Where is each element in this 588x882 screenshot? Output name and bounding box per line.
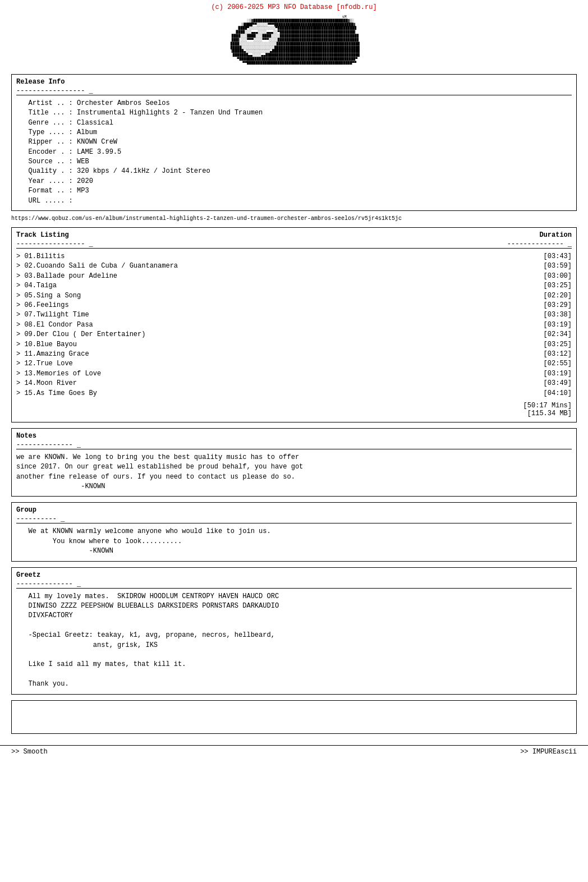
total-time: [50:17 Mins] <box>16 402 572 410</box>
track-row: > 04.Taiga[03:25] <box>16 281 572 291</box>
footer-right: >> IMPUREascii <box>520 748 577 756</box>
url-line: https://www.qobuz.com/us-en/album/instru… <box>11 215 577 222</box>
footer-bar: >> Smooth >> IMPUREascii <box>0 745 588 758</box>
track-listing-box: Track Listing Duration -----------------… <box>11 227 577 422</box>
type-value: Album <box>77 128 97 136</box>
track-divider-left: ----------------- _ <box>16 240 504 249</box>
encoder-value: LAME 3.99.5 <box>77 148 121 156</box>
quality-value: 320 kbps / 44.1kHz / Joint Stereo <box>77 167 210 175</box>
track-duration: [03:00] <box>544 272 572 281</box>
track-title: > 12.True Love <box>16 359 73 369</box>
track-divider-right: -------------- _ <box>504 240 572 249</box>
track-row: > 01.Bilitis[03:43] <box>16 252 572 261</box>
track-title: > 06.Feelings <box>16 301 69 310</box>
footer-left: >> Smooth <box>11 748 48 756</box>
track-title: > 01.Bilitis <box>16 252 65 261</box>
group-title: Group <box>16 506 572 514</box>
release-info-content: Artist .. : Orchester Ambros Seelos Titl… <box>16 99 572 206</box>
track-duration: [03:19] <box>544 320 572 330</box>
url-value: https://www.qobuz.com/us-en/album/instru… <box>11 215 402 222</box>
track-row: > 05.Sing a Song[02:20] <box>16 291 572 301</box>
track-row: > 13.Memories of Love[03:19] <box>16 369 572 379</box>
page-wrapper: (c) 2006-2025 MP3 NFO Database [nfodb.ru… <box>0 0 588 758</box>
total-size: [115.34 MB] <box>16 410 572 417</box>
duration-header: Duration <box>539 231 572 239</box>
greetz-content: All my lovely mates. SKIDROW HOODLUM CEN… <box>16 592 572 690</box>
notes-divider: -------------- _ <box>16 441 572 449</box>
track-row: > 06.Feelings[03:29] <box>16 301 572 310</box>
greetz-box: Greetz -------------- _ All my lovely ma… <box>11 567 577 695</box>
track-title: > 14.Moon River <box>16 379 77 388</box>
track-row: > 07.Twilight Time[03:38] <box>16 310 572 320</box>
source-value: WEB <box>77 158 89 166</box>
track-title: > 13.Memories of Love <box>16 369 101 379</box>
release-info-box: Release Info ----------------- _ Artist … <box>11 74 577 211</box>
track-title: > 08.El Condor Pasa <box>16 320 93 330</box>
track-rows: > 01.Bilitis[03:43]> 02.Cuoando Sali de … <box>16 252 572 398</box>
track-row: > 08.El Condor Pasa[03:19] <box>16 320 572 330</box>
notes-title: Notes <box>16 432 572 440</box>
title-value: Instrumental Highlights 2 - Tanzen Und T… <box>77 109 263 117</box>
ripper-value: KNOWN CreW <box>77 138 117 146</box>
track-duration: [02:20] <box>544 291 572 301</box>
artist-value: Orchester Ambros Seelos <box>77 99 170 107</box>
genre-value: Classical <box>77 119 113 127</box>
track-title: > 10.Blue Bayou <box>16 340 77 350</box>
track-row: > 14.Moon River[03:49] <box>16 379 572 388</box>
track-row: > 11.Amazing Grace[03:12] <box>16 350 572 359</box>
format-value: MP3 <box>77 187 89 195</box>
greetz-title: Greetz <box>16 571 572 579</box>
track-row: > 12.True Love[02:55] <box>16 359 572 369</box>
year-value: 2020 <box>77 177 93 185</box>
track-title: > 04.Taiga <box>16 281 57 291</box>
spacer-box <box>11 700 577 734</box>
track-title: > 11.Amazing Grace <box>16 350 89 359</box>
track-duration: [03:49] <box>544 379 572 388</box>
header-copyright: (c) 2006-2025 MP3 NFO Database [nfodb.ru… <box>0 0 588 13</box>
track-duration: [03:25] <box>544 281 572 291</box>
track-duration: [04:10] <box>544 389 572 398</box>
track-listing-title: Track Listing <box>16 231 69 239</box>
track-row: > 10.Blue Bayou[03:25] <box>16 340 572 350</box>
track-duration: [03:29] <box>544 301 572 310</box>
track-duration: [02:55] <box>544 359 572 369</box>
release-info-title: Release Info <box>16 78 572 86</box>
track-title: > 05.Sing a Song <box>16 291 81 301</box>
track-title: > 02.Cuoando Sali de Cuba / Guantanamera <box>16 261 178 271</box>
track-duration: [03:43] <box>544 252 572 261</box>
track-row: > 15.As Time Goes By[04:10] <box>16 389 572 398</box>
group-content: We at KNOWN warmly welcome anyone who wo… <box>16 527 572 556</box>
track-duration: [03:12] <box>544 350 572 359</box>
track-title: > 09.Der Clou ( Der Entertainer) <box>16 330 145 339</box>
track-title: > 15.As Time Goes By <box>16 389 97 398</box>
copyright-text: (c) 2006-2025 MP3 NFO Database [nfodb.ru… <box>211 3 376 11</box>
track-duration: [02:34] <box>544 330 572 339</box>
ascii-art-section: sM ░▒▓██████████████████████████████████… <box>0 13 588 68</box>
track-duration: [03:25] <box>544 340 572 350</box>
track-duration: [03:59] <box>544 261 572 271</box>
group-divider: ---------- _ <box>16 515 572 523</box>
track-duration: [03:19] <box>544 369 572 379</box>
track-title: > 03.Ballade pour Adeline <box>16 272 117 281</box>
ascii-art: sM ░▒▓██████████████████████████████████… <box>228 16 360 66</box>
track-title: > 07.Twilight Time <box>16 310 89 320</box>
track-duration: [03:38] <box>544 310 572 320</box>
release-info-divider: ----------------- _ <box>16 87 572 95</box>
track-row: > 02.Cuoando Sali de Cuba / Guantanamera… <box>16 261 572 271</box>
group-box: Group ---------- _ We at KNOWN warmly we… <box>11 502 577 561</box>
total-info: [50:17 Mins] [115.34 MB] <box>16 402 572 417</box>
track-row: > 03.Ballade pour Adeline[03:00] <box>16 272 572 281</box>
greetz-divider: -------------- _ <box>16 580 572 589</box>
notes-box: Notes -------------- _ we are KNOWN. We … <box>11 428 577 497</box>
track-row: > 09.Der Clou ( Der Entertainer)[02:34] <box>16 330 572 339</box>
notes-content: we are KNOWN. We long to bring you the b… <box>16 453 572 492</box>
